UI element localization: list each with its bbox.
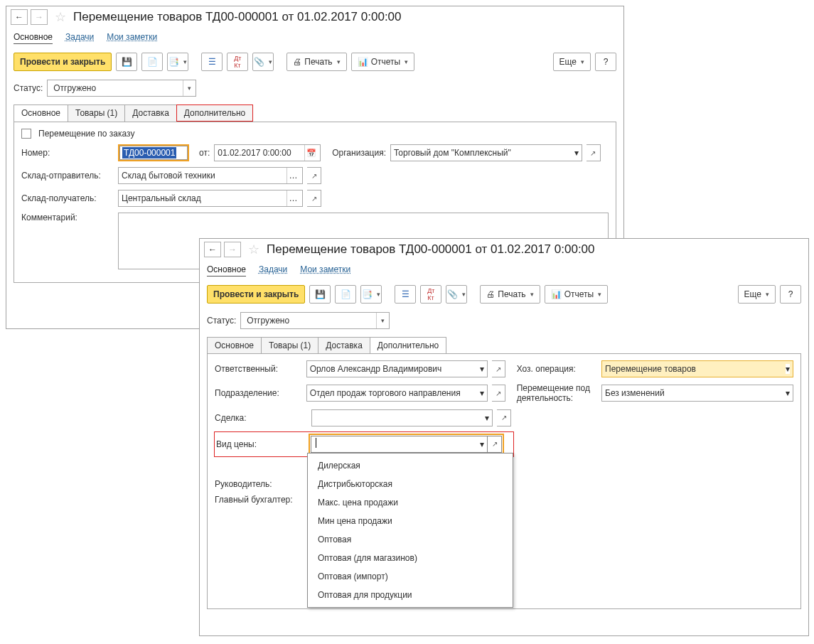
dropdown-item[interactable]: Оптовая для продукции — [308, 586, 513, 604]
by-order-label: Перемещение по заказу — [38, 129, 134, 139]
create-based-button[interactable]: 📑▾ — [360, 285, 382, 304]
print-button[interactable]: 🖨Печать▾ — [480, 285, 540, 304]
open-ref-icon[interactable]: ↗ — [492, 360, 505, 377]
dropdown-item[interactable]: Оптовая — [308, 530, 513, 549]
move-under-label: Перемещение под деятельность: — [517, 383, 597, 404]
status-value: Отгружено — [244, 316, 376, 326]
save-button[interactable]: 💾 — [116, 53, 137, 71]
move-under-value: Без изменений — [605, 388, 786, 398]
help-button[interactable]: ? — [595, 53, 616, 71]
calendar-icon[interactable]: 📅 — [304, 145, 317, 161]
reports-button[interactable]: 📊Отчеты▾ — [545, 285, 608, 304]
deal-field[interactable]: ▾ — [311, 409, 493, 426]
create-based-button[interactable]: 📑▾ — [167, 53, 188, 71]
list-icon: ☰ — [402, 289, 409, 299]
window-header: ← → ☆ Перемещение товаров ТД00-000001 от… — [6, 6, 623, 28]
tab-extra[interactable]: Дополнительно — [370, 337, 446, 353]
dropdown-item[interactable]: Оптовая (для магазинов) — [308, 549, 513, 567]
tab-panel-extra: Ответственный: Орлов Александр Владимиро… — [207, 353, 801, 609]
receiver-field[interactable]: Центральный склад … — [118, 190, 303, 207]
section-links: Основное Задачи Мои заметки — [200, 260, 808, 282]
favorite-star-icon[interactable]: ☆ — [55, 9, 66, 25]
operation-field[interactable]: Перемещение товаров ▾ — [601, 360, 793, 377]
navlink-notes[interactable]: Мои заметки — [300, 264, 350, 277]
favorite-star-icon[interactable]: ☆ — [248, 242, 259, 257]
tab-main[interactable]: Основное — [14, 104, 68, 122]
attachments-button[interactable]: 📎▾ — [252, 53, 274, 71]
open-ref-icon[interactable]: ↗ — [587, 144, 601, 161]
price-type-field[interactable]: ▾ — [311, 436, 488, 453]
print-button[interactable]: 🖨Печать▾ — [286, 53, 346, 71]
tab-delivery[interactable]: Доставка — [318, 337, 370, 353]
structure-button[interactable]: ☰ — [395, 285, 416, 304]
printer-icon: 🖨 — [486, 289, 495, 299]
dropdown-icon[interactable]: ▾ — [480, 388, 484, 398]
responsible-field[interactable]: Орлов Александр Владимирович ▾ — [306, 360, 488, 377]
attachments-button[interactable]: 📎▾ — [446, 285, 467, 304]
tab-main[interactable]: Основное — [207, 337, 262, 353]
open-ref-icon[interactable]: ↗ — [307, 190, 321, 207]
nav-forward-button[interactable]: → — [31, 9, 48, 25]
by-order-checkbox[interactable] — [21, 129, 31, 139]
dropdown-item[interactable]: Мин цена продажи — [308, 512, 513, 530]
more-button[interactable]: Еще▾ — [553, 53, 591, 71]
nav-forward-button[interactable]: → — [224, 242, 241, 257]
responsible-label: Ответственный: — [215, 364, 302, 374]
help-button[interactable]: ? — [780, 285, 801, 304]
dropdown-item[interactable]: Макс. цена продажи — [308, 493, 513, 512]
number-field[interactable]: ТД00-000001 — [118, 144, 189, 161]
nav-back-button[interactable]: ← — [204, 242, 221, 257]
price-type-highlight: ▾ ↗ — [309, 434, 504, 455]
navlink-tasks[interactable]: Задачи — [65, 32, 94, 44]
navlink-main[interactable]: Основное — [207, 264, 246, 277]
org-field[interactable]: Торговый дом "Комплексный" ▾ — [390, 144, 582, 161]
navlink-tasks[interactable]: Задачи — [259, 264, 287, 277]
dr-cr-button[interactable]: ДтКт — [227, 53, 248, 71]
tab-goods[interactable]: Товары (1) — [68, 104, 125, 122]
tab-extra[interactable]: Дополнительно — [176, 104, 253, 122]
dropdown-icon[interactable]: ▾ — [786, 388, 790, 398]
post-and-close-button[interactable]: Провести и закрыть — [14, 53, 112, 71]
window-title: Перемещение товаров ТД00-000001 от 01.02… — [267, 242, 595, 257]
save-button[interactable]: 💾 — [309, 285, 331, 304]
dropdown-item[interactable]: Оптовая (импорт) — [308, 567, 513, 586]
ellipsis-icon[interactable]: … — [286, 190, 299, 206]
post-button[interactable]: 📄 — [335, 285, 356, 304]
status-combo[interactable]: Отгружено ▾ — [47, 80, 196, 97]
date-field[interactable]: 01.02.2017 0:00:00 📅 — [214, 144, 321, 161]
tab-goods[interactable]: Товары (1) — [261, 337, 318, 353]
open-ref-icon[interactable]: ↗ — [307, 167, 321, 184]
list-icon: ☰ — [208, 57, 216, 67]
navlink-notes[interactable]: Мои заметки — [107, 32, 157, 44]
move-under-field[interactable]: Без изменений ▾ — [601, 385, 793, 402]
dropdown-icon[interactable]: ▾ — [574, 148, 579, 158]
dropdown-icon[interactable]: ▾ — [376, 313, 389, 328]
from-label: от: — [199, 148, 210, 158]
dropdown-item[interactable]: Дилерская — [308, 456, 513, 475]
reports-button[interactable]: 📊Отчеты▾ — [351, 53, 414, 71]
dropdown-icon[interactable]: ▾ — [786, 364, 790, 374]
navlink-main[interactable]: Основное — [14, 32, 53, 44]
status-combo[interactable]: Отгружено ▾ — [240, 312, 390, 329]
tab-delivery[interactable]: Доставка — [124, 104, 177, 122]
copy-icon: 📑 — [362, 289, 373, 299]
open-ref-icon[interactable]: ↗ — [488, 436, 502, 453]
dropdown-icon[interactable]: ▾ — [480, 439, 484, 449]
dropdown-icon[interactable]: ▾ — [485, 413, 489, 423]
open-ref-icon[interactable]: ↗ — [497, 409, 511, 426]
printer-icon: 🖨 — [293, 57, 301, 67]
sender-field[interactable]: Склад бытовой техники … — [118, 167, 303, 184]
ellipsis-icon[interactable]: … — [286, 168, 299, 183]
structure-button[interactable]: ☰ — [201, 53, 223, 71]
dropdown-icon[interactable]: ▾ — [183, 80, 196, 96]
dept-field[interactable]: Отдел продаж торгового направления ▾ — [306, 385, 488, 402]
post-button[interactable]: 📄 — [141, 53, 163, 71]
dropdown-icon[interactable]: ▾ — [480, 364, 484, 374]
more-button[interactable]: Еще▾ — [738, 285, 776, 304]
copy-icon: 📑 — [168, 57, 179, 67]
dropdown-item[interactable]: Дистрибьюторская — [308, 475, 513, 493]
nav-back-button[interactable]: ← — [11, 9, 28, 25]
post-and-close-button[interactable]: Провести и закрыть — [207, 285, 305, 304]
open-ref-icon[interactable]: ↗ — [492, 385, 505, 402]
dr-cr-button[interactable]: ДтКт — [420, 285, 441, 304]
